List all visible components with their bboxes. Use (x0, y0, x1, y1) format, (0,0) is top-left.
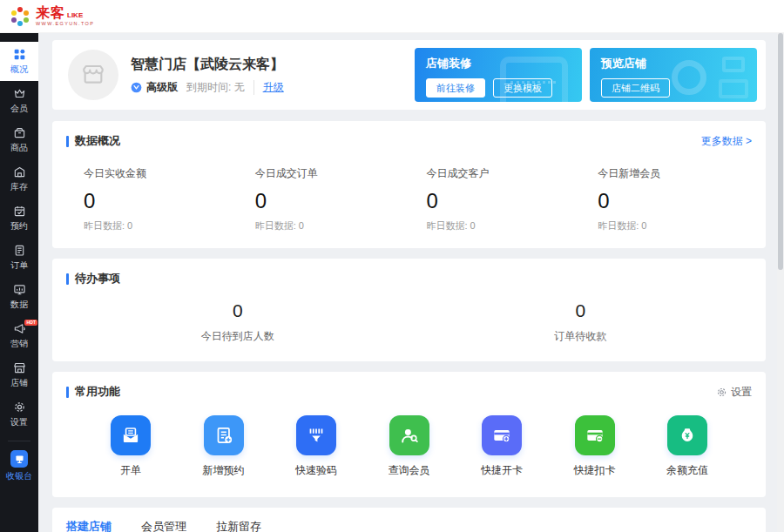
data-chart-icon (13, 283, 26, 296)
stat-label: 今日成交订单 (255, 166, 409, 181)
stat-label: 今日成交客户 (427, 166, 581, 181)
sidebar-item-label: 商品 (10, 142, 28, 154)
stat-sub: 昨日数据: 0 (255, 219, 409, 232)
more-data-link[interactable]: 更多数据 > (701, 134, 752, 149)
stat-value: 0 (598, 189, 752, 213)
upgrade-link[interactable]: 升级 (263, 80, 284, 95)
quick-item-new-appointment[interactable]: 新增预约 (184, 415, 264, 478)
grid-overview-icon (13, 48, 26, 61)
todo-label: 订单待收款 (409, 329, 753, 344)
quick-item-label: 快速验码 (295, 463, 337, 478)
stat-value: 0 (427, 189, 581, 213)
quick-item-label: 查询会员 (389, 463, 430, 478)
hot-badge: HOT (24, 320, 37, 326)
crown-member-icon (13, 87, 26, 100)
stat-sub: 昨日数据: 0 (598, 219, 752, 232)
storefront-icon (13, 361, 26, 374)
shop-qrcode-button[interactable]: 店铺二维码 (601, 78, 670, 98)
sidebar-item-label: 订单 (10, 259, 28, 272)
main-content: 智慧门店【武陵云来客】 高级版 到期时间: 无 升级 店铺装修 前往装修 更换模… (38, 33, 784, 532)
brand-pinwheel-icon (9, 5, 31, 28)
sidebar-item-appointments[interactable]: 预约 (0, 199, 38, 238)
quick-item-open-bill[interactable]: 开单 (91, 415, 171, 478)
quick-item-deduct-card[interactable]: 快捷扣卡 (555, 415, 635, 478)
megaphone-icon (13, 322, 26, 335)
promo-title: 店铺装修 (426, 56, 571, 71)
sidebar-item-label: 营销 (10, 338, 28, 350)
card-add-icon (482, 415, 522, 455)
gear-icon (13, 401, 26, 414)
quick-item-label: 快捷扣卡 (574, 463, 616, 478)
section-title: 常用功能 (75, 384, 120, 400)
title-accent-bar (66, 136, 69, 147)
tab-member-management[interactable]: 会员管理 (141, 519, 186, 532)
invoice-icon (111, 415, 151, 455)
quick-functions-card: 常用功能 设置 开单 (52, 372, 766, 497)
guide-tabs: 搭建店铺 会员管理 拉新留存 (66, 519, 752, 532)
gear-icon (716, 387, 727, 398)
promo-cards: 店铺装修 前往装修 更换模板 预览店铺 店铺二维码 (415, 48, 757, 102)
quick-item-search-member[interactable]: 查询会员 (369, 415, 449, 478)
tab-build-shop[interactable]: 搭建店铺 (66, 519, 112, 532)
sidebar-item-shop[interactable]: 店铺 (0, 355, 38, 394)
quick-settings-button[interactable]: 设置 (716, 385, 752, 400)
stat-sub: 昨日数据: 0 (427, 219, 581, 232)
sidebar-item-products[interactable]: 商品 (0, 120, 38, 159)
sidebar-item-members[interactable]: 会员 (0, 81, 38, 120)
quick-item-verify-code[interactable]: 快速验码 (276, 415, 356, 478)
sidebar-item-label: 会员 (10, 103, 28, 115)
sidebar-item-orders[interactable]: 订单 (0, 238, 38, 277)
stat-label: 今日新增会员 (598, 166, 752, 181)
topbar: 来客 LIKE WWW.EGYUN.TOP (0, 0, 784, 33)
quick-settings-label: 设置 (731, 385, 752, 400)
card-deduct-icon (575, 415, 615, 455)
change-template-button[interactable]: 更换模板 (493, 78, 552, 98)
money-bag-icon (667, 415, 707, 455)
sidebar-item-overview[interactable]: 概况 (0, 42, 38, 81)
todo-card: 待办事项 0 今日待到店人数 0 订单待收款 (52, 259, 766, 361)
sidebar-item-marketing[interactable]: HOT 营销 (0, 316, 38, 355)
promo-card-preview: 预览店铺 店铺二维码 (590, 48, 757, 102)
store-header-card: 智慧门店【武陵云来客】 高级版 到期时间: 无 升级 店铺装修 前往装修 更换模… (52, 40, 766, 110)
quick-item-label: 开单 (120, 463, 141, 478)
promo-card-decorate: 店铺装修 前往装修 更换模板 (415, 48, 582, 102)
title-accent-bar (66, 273, 69, 285)
sidebar-item-label: 店铺 (10, 377, 28, 389)
sidebar-item-label: 收银台 (6, 470, 32, 482)
store-name: 智慧门店【武陵云来客】 (131, 56, 284, 74)
go-decorate-button[interactable]: 前往装修 (426, 78, 485, 98)
stat-item: 今日成交订单 0 昨日数据: 0 (238, 166, 409, 232)
stat-item: 今日新增会员 0 昨日数据: 0 (580, 166, 752, 232)
todo-label: 今日待到店人数 (66, 329, 409, 344)
brand-suffix: LIKE (67, 12, 83, 19)
sidebar-item-settings[interactable]: 设置 (0, 394, 38, 434)
sidebar-item-data[interactable]: 数据 (0, 277, 38, 316)
sidebar-item-label: 库存 (10, 181, 28, 193)
doc-plus-icon (204, 415, 244, 455)
barcode-scan-icon (296, 415, 336, 455)
sidebar-item-inventory[interactable]: 库存 (0, 159, 38, 199)
stat-item: 今日实收金额 0 昨日数据: 0 (66, 166, 238, 232)
vertical-scrollbar (777, 33, 784, 532)
quick-item-open-card[interactable]: 快捷开卡 (462, 415, 542, 478)
store-info: 智慧门店【武陵云来客】 高级版 到期时间: 无 升级 (131, 56, 284, 95)
sidebar-divider (8, 441, 30, 441)
scrollbar-thumb[interactable] (778, 33, 783, 270)
order-list-icon (13, 244, 26, 257)
quick-item-recharge[interactable]: 余额充值 (647, 415, 727, 478)
stat-label: 今日实收金额 (84, 166, 238, 181)
todo-item: 0 订单待收款 (409, 300, 753, 344)
brand-text: 来客 LIKE WWW.EGYUN.TOP (36, 6, 94, 27)
stat-value: 0 (84, 189, 238, 213)
calendar-check-icon (13, 205, 26, 218)
stat-sub: 昨日数据: 0 (84, 219, 238, 232)
section-title: 待办事项 (75, 271, 120, 286)
stat-item: 今日成交客户 0 昨日数据: 0 (409, 166, 581, 232)
quick-item-label: 余额充值 (666, 463, 708, 478)
sidebar-item-label: 预约 (10, 220, 28, 232)
tab-acquisition-retention[interactable]: 拉新留存 (216, 519, 261, 532)
store-avatar-icon (79, 61, 107, 89)
sidebar-item-cashier[interactable]: 收银台 (0, 447, 38, 486)
brand-logo[interactable]: 来客 LIKE WWW.EGYUN.TOP (9, 5, 94, 28)
stat-value: 0 (255, 189, 409, 213)
